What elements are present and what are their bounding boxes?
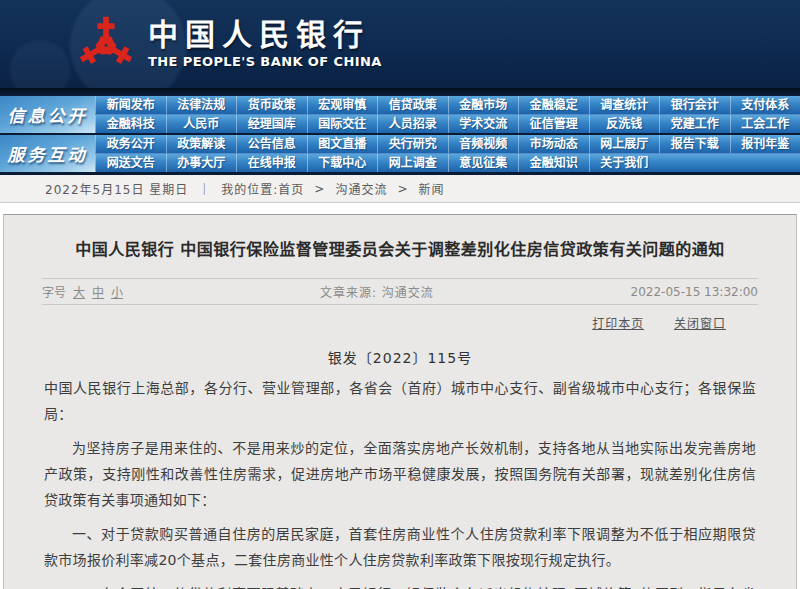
site-title-english: THE PEOPLE'S BANK OF CHINA <box>148 54 382 69</box>
breadcrumb: 2022年5月15日 星期日 ｜ 我的位置:首页 > 沟通交流 > 新闻 <box>0 175 800 203</box>
nav-item[interactable]: 意见征集 <box>448 154 519 172</box>
nav-item[interactable]: 网上调查 <box>377 154 448 172</box>
nav-row-1: 新闻发布法律法规货币政策宏观审慎信贷政策金融市场金融稳定调查统计银行会计支付体系 <box>95 96 800 114</box>
nav-item[interactable]: 图文直播 <box>307 135 378 153</box>
pboc-logo-icon <box>76 13 136 75</box>
article-paragraph: 中国人民银行上海总部，各分行、营业管理部，各省会（首府）城市中心支行、副省级城市… <box>44 375 756 427</box>
nav-item[interactable]: 人员招录 <box>377 115 448 133</box>
nav-item[interactable]: 网上展厅 <box>589 135 660 153</box>
nav-item[interactable]: 公告信息 <box>236 135 307 153</box>
nav-section-service-interaction: 服务互动 政务公开政策解读公告信息图文直播央行研究音频视频市场动态网上展厅报告下… <box>0 135 800 172</box>
fontsize-large-button[interactable]: 大 <box>73 283 85 300</box>
article-panel: 中国人民银行 中国银行保险监督管理委员会关于调整差别化住房信贷政策有关问题的通知… <box>3 214 797 589</box>
nav-row-4: 网送文告办事大厅在线申报下载中心网上调查意见征集金融知识关于我们 <box>95 153 800 172</box>
nav-item[interactable]: 支付体系 <box>730 96 800 114</box>
document-number: 银发〔2022〕115号 <box>4 347 796 367</box>
site-header: 中国人民银行 THE PEOPLE'S BANK OF CHINA <box>0 0 800 88</box>
nav-item[interactable]: 国际交往 <box>307 115 378 133</box>
nav-item[interactable]: 音频视频 <box>448 135 519 153</box>
nav-item[interactable]: 宏观审慎 <box>307 96 378 114</box>
nav-top-strip <box>0 88 800 96</box>
gap-strip <box>0 203 800 214</box>
main-nav: 信息公开 新闻发布法律法规货币政策宏观审慎信贷政策金融市场金融稳定调查统计银行会… <box>0 88 800 175</box>
nav-item[interactable]: 信贷政策 <box>377 96 448 114</box>
nav-item[interactable]: 办事大厅 <box>166 154 237 172</box>
breadcrumb-home-link[interactable]: 首页 <box>278 183 304 197</box>
nav-item[interactable]: 新闻发布 <box>95 96 166 114</box>
nav-item[interactable]: 央行研究 <box>377 135 448 153</box>
logo-text: 中国人民银行 THE PEOPLE'S BANK OF CHINA <box>148 19 382 69</box>
nav-row-2: 金融科技人民币经理国库国际交往人员招录学术交流征信管理反洗钱党建工作工会工作 <box>95 114 800 133</box>
article-paragraph: 为坚持房子是用来住的、不是用来炒的定位，全面落实房地产长效机制，支持各地从当地实… <box>44 435 756 513</box>
nav-item[interactable]: 下载中心 <box>307 154 378 172</box>
nav-item[interactable]: 市场动态 <box>518 135 589 153</box>
nav-label-service-interaction[interactable]: 服务互动 <box>0 135 95 172</box>
nav-item[interactable]: 网送文告 <box>95 154 166 172</box>
article-paragraph: 一、对于贷款购买普通自住房的居民家庭，首套住房商业性个人住房贷款利率下限调整为不… <box>44 521 756 573</box>
fontsize-small-button[interactable]: 小 <box>111 283 123 300</box>
breadcrumb-arrow-icon: > <box>397 182 408 196</box>
nav-item[interactable]: 货币政策 <box>236 96 307 114</box>
article-actions: 打印本页 关闭窗口 <box>4 314 726 331</box>
nav-item[interactable]: 人民币 <box>166 115 237 133</box>
article-source: 文章来源: 沟通交流 <box>123 283 630 300</box>
nav-item[interactable]: 金融稳定 <box>518 96 589 114</box>
breadcrumb-arrow-icon: > <box>314 182 325 196</box>
fontsize-controls: 字号 大 中 小 <box>42 283 123 300</box>
article-meta: 字号 大 中 小 文章来源: 沟通交流 2022-05-15 13:32:00 <box>42 279 758 304</box>
current-date: 2022年5月15日 星期日 <box>45 180 188 197</box>
nav-item[interactable]: 政务公开 <box>95 135 166 153</box>
nav-item[interactable]: 征信管理 <box>518 115 589 133</box>
nav-item[interactable]: 反洗钱 <box>589 115 660 133</box>
breadcrumb-location: 我的位置:首页 <box>221 180 304 197</box>
breadcrumb-news-link[interactable]: 新闻 <box>418 180 444 197</box>
nav-item[interactable]: 经理国库 <box>236 115 307 133</box>
site-title-chinese: 中国人民银行 <box>148 19 382 51</box>
nav-item[interactable]: 政策解读 <box>166 135 237 153</box>
nav-item[interactable]: 法律法规 <box>166 96 237 114</box>
nav-item[interactable]: 调查统计 <box>589 96 660 114</box>
nav-item[interactable]: 工会工作 <box>730 115 800 133</box>
nav-item[interactable]: 金融市场 <box>448 96 519 114</box>
meta-divider-bottom <box>42 304 758 305</box>
nav-item[interactable]: 学术交流 <box>448 115 519 133</box>
nav-row-3: 政务公开政策解读公告信息图文直播央行研究音频视频市场动态网上展厅报告下载报刊年鉴 <box>95 135 800 153</box>
fontsize-medium-button[interactable]: 中 <box>92 283 104 300</box>
close-window-button[interactable]: 关闭窗口 <box>674 317 726 331</box>
nav-item[interactable]: 党建工作 <box>659 115 730 133</box>
nav-item[interactable]: 在线申报 <box>236 154 307 172</box>
nav-item[interactable]: 报告下载 <box>659 135 730 153</box>
nav-item[interactable]: 银行会计 <box>659 96 730 114</box>
nav-item[interactable]: 关于我们 <box>589 154 660 172</box>
nav-item[interactable]: 报刊年鉴 <box>730 135 800 153</box>
breadcrumb-pipe: ｜ <box>198 180 211 197</box>
article-title: 中国人民银行 中国银行保险监督管理委员会关于调整差别化住房信贷政策有关问题的通知 <box>64 239 736 261</box>
article-datetime: 2022-05-15 13:32:00 <box>631 285 758 299</box>
nav-item[interactable]: 金融知识 <box>518 154 589 172</box>
nav-label-info-disclosure[interactable]: 信息公开 <box>0 96 95 133</box>
print-page-button[interactable]: 打印本页 <box>592 317 644 331</box>
article-body: 中国人民银行上海总部，各分行、营业管理部，各省会（首府）城市中心支行、副省级城市… <box>44 375 756 589</box>
nav-item[interactable]: 金融科技 <box>95 115 166 133</box>
breadcrumb-communication-link[interactable]: 沟通交流 <box>335 180 387 197</box>
fontsize-label: 字号 <box>42 283 66 300</box>
article-paragraph: 二、在全国统一的贷款利率下限基础上，人民银行、银保监会各派出机构按照“因城施策”… <box>44 581 756 589</box>
nav-section-info-disclosure: 信息公开 新闻发布法律法规货币政策宏观审慎信贷政策金融市场金融稳定调查统计银行会… <box>0 96 800 133</box>
